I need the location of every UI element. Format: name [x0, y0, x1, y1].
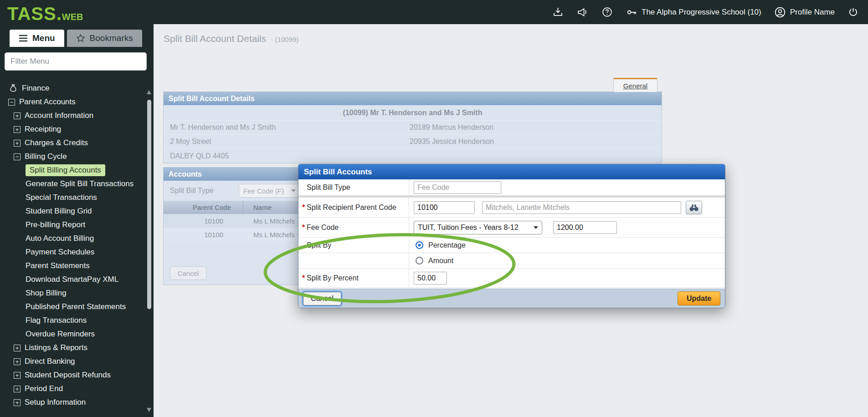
- required-asterisk: *: [298, 203, 307, 212]
- expand-toggle-icon[interactable]: +: [14, 112, 21, 119]
- sidebar-item-shop-billing[interactable]: Shop Billing: [0, 286, 154, 300]
- expand-toggle-icon[interactable]: +: [14, 399, 21, 406]
- app-root: The Alpha Progressive School (10) Profil…: [0, 0, 868, 417]
- sidebar-item-generate-split-bill-transactions[interactable]: Generate Split Bill Transactions: [0, 177, 154, 191]
- modal-footer: Cancel Update: [298, 289, 725, 308]
- sidebar-item-label: Billing Cycle: [25, 152, 67, 161]
- sidebar-item-overdue-reminders[interactable]: Overdue Reminders: [0, 327, 154, 341]
- sidebar-item-receipting[interactable]: +Receipting: [0, 122, 154, 136]
- sidebar-item-download-smartapay-xml[interactable]: Download SmartaPay XML: [0, 273, 154, 286]
- sidebar-item-label: Direct Banking: [25, 357, 75, 366]
- account-name-line: Mr T. Henderson and Ms J Smith: [164, 123, 410, 132]
- split-by-percent-input[interactable]: [414, 272, 447, 285]
- sidebar-item-student-deposit-refunds[interactable]: +Student Deposit Refunds: [0, 368, 154, 382]
- expand-toggle-icon[interactable]: +: [14, 126, 21, 133]
- collapse-toggle-icon[interactable]: −: [8, 99, 15, 106]
- expand-toggle-icon[interactable]: +: [14, 345, 21, 351]
- download-icon[interactable]: [552, 6, 564, 18]
- percentage-radio-label: Percentage: [428, 241, 466, 249]
- sidebar-item-student-billing-grid[interactable]: Student Billing Grid: [0, 204, 154, 218]
- detail-row: DALBY QLD 4405: [164, 149, 662, 163]
- sidebar-item-label: Download SmartaPay XML: [26, 275, 118, 284]
- sidebar-item-parent-statements[interactable]: Parent Statements: [0, 259, 154, 273]
- tab-bookmarks[interactable]: Bookmarks: [67, 30, 142, 47]
- sidebar-item-flag-transactions[interactable]: Flag Transactions: [0, 314, 154, 327]
- fee-amount-input[interactable]: [553, 221, 617, 234]
- school-selector[interactable]: The Alpha Progressive School (10): [626, 6, 761, 18]
- scroll-up-icon[interactable]: [147, 90, 151, 94]
- sidebar-item-billing-cycle[interactable]: −Billing Cycle: [0, 150, 154, 163]
- sidebar-item-label: Receipting: [25, 125, 61, 134]
- amount-radio[interactable]: [416, 257, 423, 264]
- split-recipient-name-input[interactable]: [482, 201, 681, 214]
- sidebar-item-split-billing-accounts[interactable]: Split Billing Accounts: [0, 163, 154, 177]
- tab-bookmarks-label: Bookmarks: [90, 33, 133, 43]
- account-title: (10099) Mr T. Henderson and Ms J Smith: [164, 105, 662, 121]
- hamburger-icon: [19, 35, 28, 42]
- sidebar-item-finance[interactable]: Finance: [0, 81, 154, 95]
- accounts-cancel-button[interactable]: Cancel: [170, 266, 206, 280]
- logout-power-icon[interactable]: [847, 6, 859, 18]
- sidebar-item-label: Parent Statements: [26, 261, 90, 270]
- sidebar-item-special-transactions[interactable]: Special Transactions: [0, 191, 154, 204]
- split-bill-type-value: Fee Code (F): [243, 187, 284, 195]
- modal-split-by-row: Split By Percentage: [298, 238, 725, 253]
- modal-split-bill-type-row: Split Bill Type: [298, 179, 725, 198]
- detail-row: 2 Moy Street 20935 Jessica Henderson: [164, 135, 662, 149]
- filter-menu-input[interactable]: [5, 52, 147, 71]
- scroll-down-icon[interactable]: [147, 408, 151, 412]
- sidebar-item-account-information[interactable]: +Account Information: [0, 109, 154, 122]
- split-recipient-code-input[interactable]: [414, 201, 475, 214]
- sidebar-item-parent-accounts[interactable]: −Parent Accounts: [0, 95, 154, 109]
- sidebar-item-setup-information[interactable]: +Setup Information: [0, 396, 154, 409]
- sidebar-item-label: Charges & Credits: [25, 138, 88, 147]
- school-label: The Alpha Progressive School (10): [642, 8, 761, 17]
- split-bill-type-input[interactable]: [414, 181, 501, 194]
- page-title-account-number: - (10099): [271, 36, 298, 43]
- sidebar-item-payment-schedules[interactable]: Payment Schedules: [0, 245, 154, 259]
- sidebar-item-label: Student Deposit Refunds: [25, 371, 111, 380]
- sidebar-item-label: Shop Billing: [26, 289, 67, 298]
- sidebar-item-listings-reports[interactable]: +Listings & Reports: [0, 341, 154, 355]
- expand-toggle-icon[interactable]: +: [14, 140, 21, 147]
- parent-code-cell: 10100: [164, 214, 243, 228]
- fee-code-select[interactable]: TUIT, Tuition Fees - Years 8-12: [414, 221, 542, 234]
- sidebar-item-label: Auto Account Billing: [26, 234, 94, 243]
- logo-web-text: WEB: [62, 12, 83, 22]
- modal-cancel-button[interactable]: Cancel: [303, 292, 341, 305]
- collapse-toggle-icon[interactable]: −: [14, 153, 21, 160]
- required-asterisk: *: [298, 224, 307, 232]
- modal-split-by-amount-row: Amount: [298, 253, 725, 269]
- expand-toggle-icon[interactable]: +: [14, 358, 21, 365]
- amount-radio-label: Amount: [428, 257, 453, 265]
- sidebar-item-pre-billing-report[interactable]: Pre-billing Report: [0, 218, 154, 232]
- binoculars-search-button[interactable]: [686, 201, 702, 214]
- tab-menu-label: Menu: [32, 33, 55, 43]
- tass-logo[interactable]: TASS.WEB: [0, 0, 154, 24]
- split-bill-type-select[interactable]: Fee Code (F): [239, 184, 300, 198]
- tab-menu[interactable]: Menu: [10, 30, 64, 47]
- sidebar-item-direct-banking[interactable]: +Direct Banking: [0, 355, 154, 368]
- profile-menu[interactable]: Profile Name: [774, 6, 835, 18]
- announcements-icon[interactable]: [576, 6, 589, 18]
- expand-toggle-icon[interactable]: +: [14, 386, 21, 392]
- expand-toggle-icon[interactable]: +: [14, 372, 21, 379]
- sidebar-item-label: Period End: [25, 384, 63, 393]
- sidebar-item-label: Parent Accounts: [19, 97, 76, 107]
- chevron-down-icon: [534, 226, 538, 229]
- sidebar-item-published-parent-statements[interactable]: Published Parent Statements: [0, 300, 154, 314]
- sidebar-item-period-end[interactable]: +Period End: [0, 382, 154, 396]
- field-label: *Split By Percent: [298, 269, 409, 287]
- sidebar-item-charges-credits[interactable]: +Charges & Credits: [0, 136, 154, 150]
- sidebar-scrollbar[interactable]: [147, 100, 151, 309]
- tab-general[interactable]: General: [613, 78, 657, 92]
- modal-title[interactable]: Split Bill Accounts: [298, 164, 725, 179]
- name-cell: Ms L Mitchels: [243, 214, 295, 228]
- sidebar-item-auto-account-billing[interactable]: Auto Account Billing: [0, 232, 154, 245]
- sidebar-menu-tree: Finance−Parent Accounts+Account Informat…: [0, 81, 154, 409]
- percentage-radio[interactable]: [416, 241, 423, 249]
- modal-update-button[interactable]: Update: [678, 291, 720, 305]
- fee-code-selected-option: TUIT, Tuition Fees - Years 8-12: [418, 224, 519, 232]
- help-icon[interactable]: [601, 6, 613, 18]
- logo-tass-text: TASS.: [7, 4, 62, 24]
